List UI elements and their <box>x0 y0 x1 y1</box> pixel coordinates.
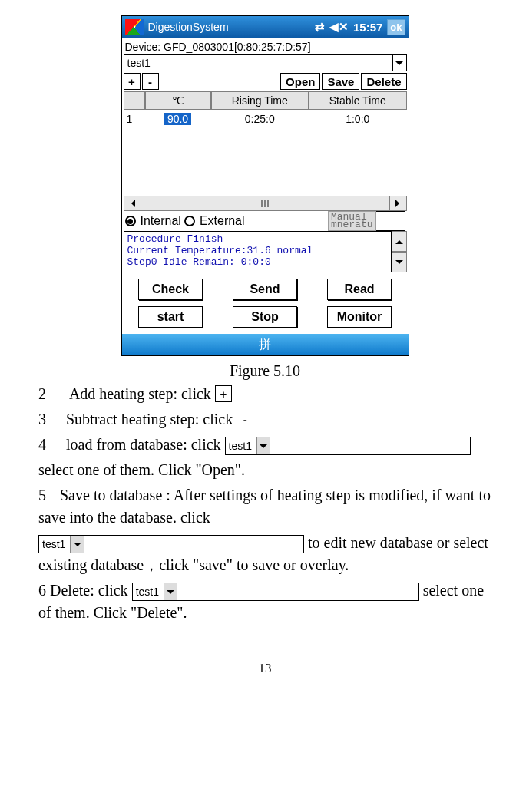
open-button[interactable]: Open <box>280 73 320 90</box>
database-select[interactable]: test1 <box>124 54 407 71</box>
table-header: ℃ Rising Time Stable Time <box>124 91 407 110</box>
ime-bar[interactable]: 拼 <box>122 334 409 355</box>
scroll-right-button[interactable] <box>389 196 406 210</box>
cell-stable[interactable]: 1:0:0 <box>309 110 407 128</box>
status-panel: Procedure Finish Current Temperature:31.… <box>124 231 407 272</box>
horizontal-scrollbar[interactable] <box>124 196 407 211</box>
cell-temp[interactable]: 90.0 <box>145 110 211 128</box>
app-title: DigestionSystem <box>148 21 313 33</box>
action-row-2: start Stop Monitor <box>124 306 407 328</box>
windows-flag-icon <box>125 19 144 35</box>
remove-step-button[interactable]: - <box>142 73 159 90</box>
stop-button[interactable]: Stop <box>233 306 297 328</box>
connectivity-icon: ⇄ <box>315 20 325 34</box>
header-index <box>124 91 145 110</box>
device-screenshot: DigestionSystem ⇄ ◀✕ 15:57 ok Device: GF… <box>121 15 409 356</box>
scroll-up-button[interactable] <box>392 231 407 252</box>
monitor-button[interactable]: Monitor <box>327 306 392 328</box>
scroll-down-button[interactable] <box>392 252 407 272</box>
chevron-down-icon <box>256 437 270 454</box>
read-button[interactable]: Read <box>327 279 392 300</box>
device-label: Device: GFD_0803001[0:80:25:7:D:57] <box>124 39 407 54</box>
sensor-radio-group: Internal External Manualmneratu <box>124 211 407 231</box>
external-label: External <box>200 214 245 228</box>
step-4-line-b: select one of them. Click "Open". <box>38 459 491 481</box>
figure-caption: Figure 5.10 <box>38 362 491 380</box>
header-temp: ℃ <box>145 91 211 110</box>
delete-button[interactable]: Delete <box>361 73 406 90</box>
scroll-thumb[interactable] <box>141 196 389 210</box>
chevron-down-icon <box>70 536 84 553</box>
ok-button[interactable]: ok <box>387 19 405 35</box>
window-titlebar: DigestionSystem ⇄ ◀✕ 15:57 ok <box>122 16 409 38</box>
vertical-scrollbar[interactable] <box>392 231 407 272</box>
start-button[interactable]: start <box>138 306 203 328</box>
cell-index: 1 <box>124 110 145 128</box>
table-row[interactable]: 1 90.0 0:25:0 1:0:0 <box>124 110 407 128</box>
step-toolbar: + - Open Save Delete <box>124 73 407 90</box>
check-button[interactable]: Check <box>138 279 203 300</box>
client-area: Device: GFD_0803001[0:80:25:7:D:57] test… <box>122 38 409 334</box>
step-2-line: 2 Add heating step: click + <box>38 383 491 405</box>
inline-plus-button[interactable]: + <box>215 385 232 402</box>
header-rising-time: Rising Time <box>211 91 309 110</box>
inline-combo-2[interactable]: test1 <box>38 535 304 553</box>
temp-edit-value[interactable]: 90.0 <box>164 113 191 125</box>
cell-rising[interactable]: 0:25:0 <box>211 110 309 128</box>
step-3-line: 3Subtract heating step: click - <box>38 408 491 431</box>
clock-label: 15:57 <box>353 21 382 34</box>
database-select-value: test1 <box>127 57 151 69</box>
action-row-1: Check Send Read <box>124 279 407 300</box>
add-step-button[interactable]: + <box>124 73 141 90</box>
internal-label: Internal <box>141 214 181 228</box>
send-button[interactable]: Send <box>233 279 297 300</box>
external-radio[interactable] <box>184 216 195 226</box>
header-stable-time: Stable Time <box>309 91 407 110</box>
inline-combo-3[interactable]: test1 <box>132 583 419 601</box>
inline-combo-1[interactable]: test1 <box>225 437 471 455</box>
status-text: Procedure Finish Current Temperature:31.… <box>124 231 392 272</box>
manual-label: Manualmneratu <box>328 211 376 231</box>
step-5-line: 5Save to database : After settings of he… <box>38 484 491 529</box>
internal-radio[interactable] <box>125 216 136 226</box>
save-button[interactable]: Save <box>322 73 359 90</box>
step-4-line: 4load from database: click test1 <box>38 434 491 456</box>
table-blank-area <box>124 128 407 196</box>
step-5-combo-line: test1 to edit new database or select exi… <box>38 532 491 576</box>
ime-label: 拼 <box>259 337 271 353</box>
page-number: 13 <box>38 661 491 676</box>
manual-temp-input[interactable] <box>376 211 405 231</box>
step-6-line: 6 Delete: click test1 select one of them… <box>38 579 491 624</box>
inline-minus-button[interactable]: - <box>237 411 253 427</box>
scroll-left-button[interactable] <box>124 196 141 210</box>
volume-icon: ◀✕ <box>329 20 349 34</box>
chevron-down-icon <box>164 583 177 600</box>
chevron-down-icon <box>392 55 406 71</box>
manual-temp-group: Manualmneratu <box>328 211 405 231</box>
